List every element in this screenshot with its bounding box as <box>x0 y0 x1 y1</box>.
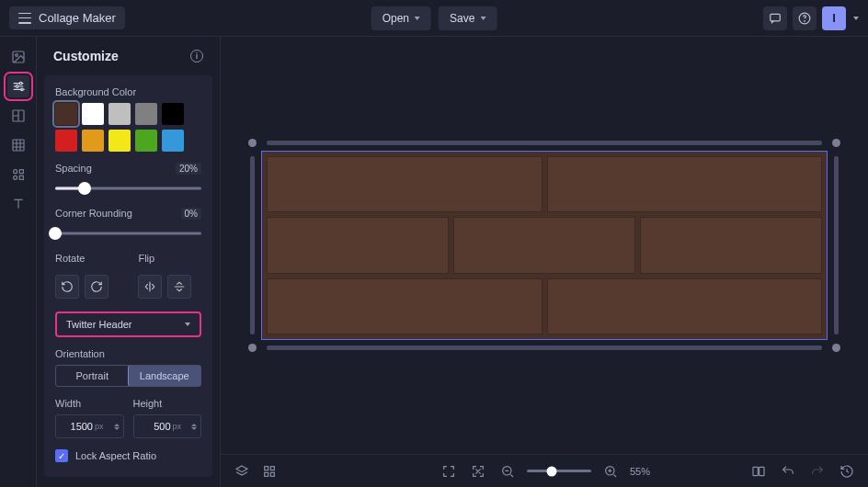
chevron-down-icon[interactable] <box>853 17 859 20</box>
collage-canvas[interactable] <box>261 151 828 340</box>
rotate-cw-button[interactable] <box>85 275 108 299</box>
app-title[interactable]: Collage Maker <box>9 6 125 29</box>
sidebar-grid-icon[interactable] <box>7 134 29 156</box>
height-input[interactable]: px <box>133 414 202 438</box>
collage-cell[interactable] <box>453 217 635 273</box>
save-button[interactable]: Save <box>439 6 497 30</box>
width-input[interactable]: px <box>55 414 124 438</box>
swatch-orange[interactable] <box>82 130 104 152</box>
svg-rect-13 <box>19 176 23 179</box>
svg-rect-21 <box>760 467 764 475</box>
grid-icon[interactable] <box>259 461 280 481</box>
sidebar-text-icon[interactable] <box>7 193 29 215</box>
collage-cell[interactable] <box>547 156 823 212</box>
swatch-brown[interactable] <box>55 103 77 125</box>
fit-icon[interactable] <box>468 461 488 481</box>
canvas-area[interactable] <box>221 37 868 454</box>
orientation-label: Orientation <box>55 348 105 359</box>
rotate-label: Rotate <box>55 253 85 264</box>
svg-rect-0 <box>771 14 781 21</box>
ruler-right[interactable] <box>834 156 839 334</box>
collage-cell[interactable] <box>267 156 542 212</box>
collage-cell[interactable] <box>267 217 449 273</box>
collage-wrap <box>261 151 828 340</box>
help-icon[interactable] <box>793 6 817 30</box>
bg-swatches <box>55 103 201 152</box>
ruler-top[interactable] <box>267 141 822 145</box>
zoom-slider[interactable] <box>527 470 591 472</box>
ruler-left[interactable] <box>250 156 255 334</box>
rounding-label: Corner Rounding <box>55 208 132 220</box>
swatch-black[interactable] <box>162 103 184 125</box>
flip-vertical-button[interactable] <box>167 275 191 299</box>
portrait-button[interactable]: Portrait <box>56 366 129 386</box>
menu-icon[interactable] <box>18 13 31 24</box>
swatch-red[interactable] <box>55 130 77 152</box>
spacing-slider[interactable] <box>55 180 201 197</box>
svg-rect-17 <box>270 472 274 476</box>
chevron-down-icon <box>480 17 485 20</box>
preset-value: Twitter Header <box>66 319 132 330</box>
ruler-bottom[interactable] <box>267 345 822 350</box>
svg-rect-15 <box>270 466 274 470</box>
height-stepper[interactable] <box>191 424 197 430</box>
history-icon[interactable] <box>837 461 857 481</box>
topbar-right: I <box>763 6 859 30</box>
compare-icon[interactable] <box>748 461 769 481</box>
landscape-button[interactable]: Landscape <box>128 365 202 387</box>
panel-header: Customize i <box>37 49 220 75</box>
width-label: Width <box>55 398 81 409</box>
leftbar <box>0 37 37 487</box>
chat-icon[interactable] <box>763 6 787 30</box>
swatch-yellow[interactable] <box>108 130 131 152</box>
sidebar-customize-icon[interactable] <box>7 75 29 97</box>
swatch-white[interactable] <box>82 103 104 125</box>
width-field[interactable] <box>63 421 93 432</box>
svg-point-6 <box>16 85 18 88</box>
swatch-blue[interactable] <box>162 130 184 152</box>
lock-aspect-label: Lock Aspect Ratio <box>75 450 156 461</box>
flip-horizontal-button[interactable] <box>138 275 162 299</box>
collage-cell[interactable] <box>640 217 822 273</box>
lock-aspect-checkbox[interactable]: ✓ <box>55 449 68 462</box>
sidebar-layout-icon[interactable] <box>7 105 29 127</box>
svg-rect-11 <box>19 170 23 174</box>
open-button[interactable]: Open <box>371 6 431 30</box>
collage-cell[interactable] <box>267 278 542 334</box>
info-icon[interactable]: i <box>190 50 203 62</box>
handle-se[interactable] <box>832 344 840 352</box>
svg-rect-9 <box>13 140 24 151</box>
topbar-center: Open Save <box>371 6 497 30</box>
fullscreen-icon[interactable] <box>439 461 459 481</box>
width-stepper[interactable] <box>114 424 120 430</box>
sidebar-shapes-icon[interactable] <box>7 164 29 186</box>
undo-icon[interactable] <box>778 461 798 481</box>
app-title-text: Collage Maker <box>39 11 116 25</box>
svg-point-4 <box>15 54 17 57</box>
sidebar-image-icon[interactable] <box>7 46 29 68</box>
rounding-slider[interactable] <box>55 225 201 242</box>
svg-point-12 <box>13 176 17 179</box>
preset-dropdown[interactable]: Twitter Header <box>55 311 201 337</box>
height-field[interactable] <box>142 421 171 432</box>
swatch-light-gray[interactable] <box>108 103 131 125</box>
handle-ne[interactable] <box>832 139 840 147</box>
svg-rect-14 <box>265 466 268 470</box>
swatch-green[interactable] <box>135 130 157 152</box>
zoom-in-icon[interactable] <box>600 461 621 481</box>
svg-point-2 <box>805 20 805 21</box>
chevron-down-icon <box>415 17 420 20</box>
height-label: Height <box>133 398 163 409</box>
avatar[interactable]: I <box>822 6 846 30</box>
collage-cell[interactable] <box>547 278 823 334</box>
zoom-out-icon[interactable] <box>497 461 518 481</box>
rotate-ccw-button[interactable] <box>55 275 79 299</box>
svg-rect-16 <box>265 472 268 476</box>
swatch-gray[interactable] <box>135 103 157 125</box>
handle-nw[interactable] <box>248 139 257 147</box>
zoom-value: 55% <box>630 466 650 477</box>
layers-icon[interactable] <box>232 461 252 481</box>
redo-icon[interactable] <box>807 461 828 481</box>
svg-rect-20 <box>753 467 758 475</box>
handle-sw[interactable] <box>248 344 257 352</box>
